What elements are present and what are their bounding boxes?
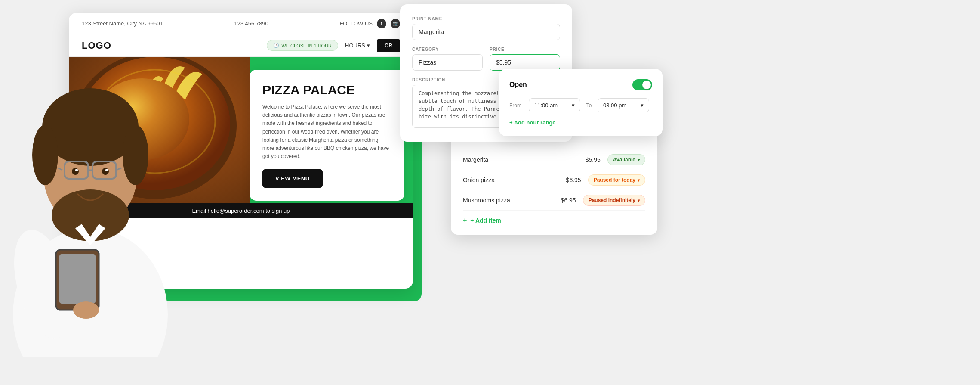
category-field: CATEGORY — [412, 47, 483, 71]
status-badge-available[interactable]: Available ▾ — [607, 154, 645, 165]
print-name-input[interactable] — [412, 24, 560, 40]
chevron-down-icon: ▾ — [367, 42, 370, 49]
order-button[interactable]: OR — [377, 39, 400, 52]
view-menu-button[interactable]: VIEW MENU — [262, 169, 323, 188]
instagram-icon[interactable]: 📷 — [391, 19, 400, 28]
open-label: Open — [509, 81, 527, 89]
mockup-header: 123 Street Name, City NA 99501 123.456.7… — [69, 13, 413, 34]
price-input[interactable] — [490, 54, 560, 71]
to-time-select[interactable]: 03:00 pm ▾ — [598, 98, 649, 112]
print-name-label: PRINT NAME — [412, 16, 560, 21]
clock-icon: 🕐 — [273, 43, 279, 48]
address-text: 123 Street Name, City NA 99501 — [82, 20, 163, 27]
nav-right: 🕐 WE CLOSE IN 1 HOUR HOURS ▾ OR — [267, 39, 400, 52]
svg-point-19 — [75, 169, 78, 171]
svg-point-4 — [32, 125, 58, 185]
svg-point-6 — [52, 189, 129, 241]
svg-point-18 — [102, 168, 109, 175]
item-name-onion: Onion pizza — [463, 177, 495, 183]
status-badge-paused-today[interactable]: Paused for today ▾ — [588, 174, 645, 186]
menu-item-margerita: Margerita $5.95 Available ▾ — [463, 150, 645, 170]
item-price-mushrooms: $6.95 — [561, 197, 576, 204]
svg-point-20 — [105, 169, 108, 171]
from-time-select[interactable]: 11:00 am ▾ — [529, 98, 580, 112]
item-name-margerita: Margerita — [463, 156, 488, 163]
svg-point-16 — [73, 301, 99, 319]
follow-us: FOLLOW US f 📷 — [339, 19, 400, 28]
open-toggle[interactable] — [632, 79, 652, 90]
price-field: PRICE — [490, 47, 560, 71]
restaurant-title: PIZZA PALACE — [262, 83, 391, 97]
item-price-margerita: $5.95 — [586, 156, 601, 163]
info-card: PIZZA PALACE Welcome to Pizza Palace, wh… — [250, 70, 404, 201]
restaurant-description: Welcome to Pizza Palace, where we serve … — [262, 103, 391, 161]
menu-item-mushrooms: Mushrooms pizza $6.95 Paused indefinitel… — [463, 190, 645, 211]
close-badge: 🕐 WE CLOSE IN 1 HOUR — [267, 40, 338, 51]
chevron-down-icon: ▾ — [572, 102, 575, 109]
phone-text[interactable]: 123.456.7890 — [234, 20, 268, 27]
chevron-down-icon: ▾ — [638, 158, 640, 162]
chevron-down-icon: ▾ — [638, 198, 640, 203]
to-label: To — [585, 102, 593, 109]
chevron-down-icon: ▾ — [641, 102, 644, 109]
category-price-row: CATEGORY PRICE — [412, 47, 560, 71]
price-label: PRICE — [490, 47, 560, 52]
svg-point-17 — [72, 168, 79, 175]
time-range-row: From 11:00 am ▾ To 03:00 pm ▾ — [509, 98, 652, 112]
svg-point-5 — [123, 125, 148, 185]
person-image — [0, 34, 181, 357]
from-label: From — [509, 102, 524, 109]
plus-icon: + — [463, 217, 467, 224]
menu-item-onion: Onion pizza $6.95 Paused for today ▾ — [463, 170, 645, 190]
hours-button[interactable]: HOURS ▾ — [345, 42, 370, 49]
open-toggle-row: Open — [509, 79, 652, 90]
add-item-button[interactable]: + + Add item — [463, 217, 645, 224]
status-badge-paused-indefinitely[interactable]: Paused indefinitely ▾ — [583, 195, 645, 206]
category-input[interactable] — [412, 54, 483, 71]
item-name-mushrooms: Mushrooms pizza — [463, 197, 510, 204]
hours-panel: Open From 11:00 am ▾ To 03:00 pm ▾ + Add… — [499, 69, 663, 136]
add-hour-range-button[interactable]: + Add hour range — [509, 119, 652, 126]
print-name-field: PRINT NAME — [412, 16, 560, 40]
category-label: CATEGORY — [412, 47, 483, 52]
facebook-icon[interactable]: f — [377, 19, 386, 28]
svg-rect-15 — [59, 254, 96, 304]
item-price-onion: $6.95 — [566, 177, 581, 183]
chevron-down-icon: ▾ — [638, 178, 640, 183]
